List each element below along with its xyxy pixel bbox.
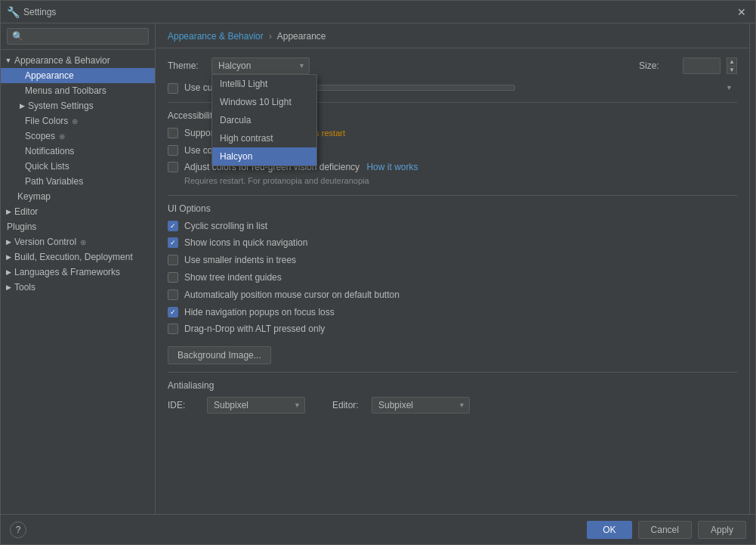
cyclic-scrolling-label: Cyclic scrolling in list bbox=[184, 220, 267, 233]
adjust-colors-checkbox[interactable] bbox=[168, 162, 178, 172]
theme-dropdown-wrapper: Halcyon ▼ IntelliJ Light Windows 10 Ligh… bbox=[211, 57, 310, 74]
sidebar-item-file-colors[interactable]: File Colors ⊕ bbox=[1, 113, 155, 129]
theme-option-high-contrast[interactable]: High contrast bbox=[212, 129, 316, 147]
chevron-right-icon-editor: ▶ bbox=[4, 207, 13, 216]
scrollbar-right[interactable] bbox=[749, 23, 755, 514]
breadcrumb-current: Appearance bbox=[277, 31, 326, 42]
theme-dropdown-menu: IntelliJ Light Windows 10 Light Darcula … bbox=[211, 74, 317, 166]
scopes-icon: ⊕ bbox=[57, 131, 67, 141]
show-tree-indent-checkbox[interactable] bbox=[168, 272, 178, 283]
editor-antialias-dropdown: Subpixel ▼ bbox=[372, 397, 470, 413]
use-smaller-indents-checkbox[interactable] bbox=[168, 255, 178, 265]
font-size-up[interactable]: ▲ bbox=[727, 58, 736, 67]
ok-button[interactable]: OK bbox=[587, 521, 631, 539]
auto-position-mouse-checkbox[interactable] bbox=[168, 290, 178, 300]
sidebar-item-system-settings[interactable]: ▶ System Settings bbox=[1, 98, 155, 113]
sidebar-item-notifications[interactable]: Notifications bbox=[1, 144, 155, 159]
drag-drop-alt-label: Drag-n-Drop with ALT pressed only bbox=[184, 323, 325, 336]
font-size-label: Size: bbox=[639, 60, 677, 71]
sidebar: ▼ Appearance & Behavior Appearance Menus… bbox=[1, 23, 156, 514]
cancel-button[interactable]: Cancel bbox=[638, 521, 692, 539]
chevron-right-icon-lang: ▶ bbox=[4, 268, 13, 277]
chevron-right-icon-vc: ▶ bbox=[4, 237, 13, 246]
sidebar-item-appearance[interactable]: Appearance bbox=[1, 68, 155, 83]
hide-nav-popups-label: Hide navigation popups on focus loss bbox=[184, 306, 335, 319]
sidebar-item-path-variables[interactable]: Path Variables bbox=[1, 174, 155, 189]
chevron-right-icon: ▶ bbox=[17, 101, 26, 110]
theme-option-windows10-light[interactable]: Windows 10 Light bbox=[212, 93, 316, 111]
bg-image-button[interactable]: Background Image... bbox=[168, 346, 271, 364]
settings-window: 🔧 Settings ✕ ▼ Appearance & Behavior App… bbox=[0, 0, 756, 545]
sidebar-item-version-control[interactable]: ▶ Version Control ⊕ bbox=[1, 234, 155, 249]
ide-antialias-label: IDE: bbox=[168, 400, 198, 410]
sidebar-item-build[interactable]: ▶ Build, Execution, Deployment bbox=[1, 249, 155, 265]
font-size-spin-controls: ▲ ▼ bbox=[727, 57, 737, 74]
chevron-right-icon-build: ▶ bbox=[4, 252, 13, 262]
sidebar-item-quick-lists[interactable]: Quick Lists bbox=[1, 159, 155, 174]
nav-tree: ▼ Appearance & Behavior Appearance Menus… bbox=[1, 50, 155, 514]
sidebar-item-keymap[interactable]: Keymap bbox=[1, 189, 155, 204]
theme-option-darcula[interactable]: Darcula bbox=[212, 111, 316, 129]
ide-antialias-dropdown: Subpixel ▼ bbox=[207, 397, 305, 413]
editor-antialias-button[interactable]: Subpixel bbox=[372, 397, 470, 413]
font-size-down[interactable]: ▼ bbox=[727, 67, 736, 74]
content-body: Theme: Halcyon ▼ IntelliJ Light Windows … bbox=[156, 48, 749, 514]
font-size-input[interactable]: 12 bbox=[683, 57, 721, 74]
search-input[interactable] bbox=[7, 28, 149, 45]
font-size-wrapper: 12 bbox=[683, 57, 721, 74]
show-icons-quick-nav-label: Show icons in quick navigation bbox=[184, 237, 307, 249]
adjust-colors-note: Requires restart. For protanopia and deu… bbox=[184, 175, 418, 187]
sidebar-item-menus-toolbars[interactable]: Menus and Toolbars bbox=[1, 83, 155, 98]
auto-position-mouse-label: Automatically position mouse cursor on d… bbox=[184, 289, 400, 302]
theme-option-halcyon[interactable]: Halcyon bbox=[212, 147, 316, 166]
sidebar-item-editor[interactable]: ▶ Editor bbox=[1, 204, 155, 219]
use-custom-font-checkbox[interactable] bbox=[168, 83, 178, 94]
theme-dropdown-button[interactable]: Halcyon bbox=[211, 57, 310, 74]
support-screen-readers-checkbox[interactable] bbox=[168, 128, 178, 138]
vc-icon: ⊕ bbox=[78, 237, 88, 247]
font-name-dropdown: ▼ bbox=[258, 85, 737, 91]
sidebar-item-plugins[interactable]: Plugins bbox=[1, 219, 155, 234]
sidebar-item-appearance-behavior[interactable]: ▼ Appearance & Behavior bbox=[1, 53, 155, 68]
ide-antialias-value: Subpixel bbox=[214, 400, 248, 410]
sidebar-item-languages[interactable]: ▶ Languages & Frameworks bbox=[1, 265, 155, 280]
sidebar-item-scopes[interactable]: Scopes ⊕ bbox=[1, 129, 155, 144]
drag-drop-alt-checkbox[interactable] bbox=[168, 324, 178, 334]
antialiasing-section-title: Antialiasing bbox=[168, 380, 737, 391]
drag-drop-alt-row: Drag-n-Drop with ALT pressed only bbox=[168, 323, 737, 336]
auto-position-mouse-row: Automatically position mouse cursor on d… bbox=[168, 289, 737, 302]
bg-image-wrapper: Background Image... bbox=[168, 340, 737, 364]
app-icon: 🔧 bbox=[7, 6, 19, 18]
cyclic-scrolling-checkbox[interactable] bbox=[168, 221, 178, 231]
show-tree-indent-row: Show tree indent guides bbox=[168, 271, 737, 284]
hide-nav-popups-checkbox[interactable] bbox=[168, 307, 178, 317]
show-icons-quick-nav-checkbox[interactable] bbox=[168, 237, 178, 248]
antialiasing-row: IDE: Subpixel ▼ Editor: Subpixel ▼ bbox=[168, 397, 737, 413]
breadcrumb: Appearance & Behavior › Appearance bbox=[156, 23, 749, 48]
editor-antialias-label: Editor: bbox=[332, 400, 363, 410]
main-layout: ▼ Appearance & Behavior Appearance Menus… bbox=[1, 23, 755, 514]
font-size-spinner: ▲ ▼ bbox=[727, 57, 737, 74]
help-button[interactable]: ? bbox=[10, 522, 26, 538]
divider-2 bbox=[168, 195, 737, 196]
apply-button[interactable]: Apply bbox=[698, 521, 746, 539]
theme-label: Theme: bbox=[168, 60, 205, 71]
breadcrumb-parent[interactable]: Appearance & Behavior bbox=[168, 31, 264, 42]
theme-selected-value: Halcyon bbox=[218, 60, 251, 71]
ide-antialias-button[interactable]: Subpixel bbox=[207, 397, 305, 413]
title-bar: 🔧 Settings ✕ bbox=[1, 1, 755, 23]
sidebar-item-tools[interactable]: ▶ Tools bbox=[1, 280, 155, 295]
hide-nav-popups-row: Hide navigation popups on focus loss bbox=[168, 306, 737, 319]
window-title: Settings bbox=[23, 7, 734, 17]
use-contrast-scrollbars-checkbox[interactable] bbox=[168, 145, 178, 156]
close-button[interactable]: ✕ bbox=[734, 5, 749, 20]
editor-antialias-value: Subpixel bbox=[378, 400, 413, 410]
chevron-down-icon: ▼ bbox=[4, 56, 13, 65]
chevron-right-icon-tools: ▶ bbox=[4, 283, 13, 292]
theme-row: Theme: Halcyon ▼ IntelliJ Light Windows … bbox=[168, 57, 737, 74]
how-it-works-link[interactable]: How it works bbox=[366, 162, 418, 172]
file-colors-icon: ⊕ bbox=[69, 116, 80, 126]
use-smaller-indents-row: Use smaller indents in trees bbox=[168, 254, 737, 267]
theme-option-intellij-light[interactable]: IntelliJ Light bbox=[212, 75, 316, 93]
content-area: Appearance & Behavior › Appearance Theme… bbox=[156, 23, 749, 514]
